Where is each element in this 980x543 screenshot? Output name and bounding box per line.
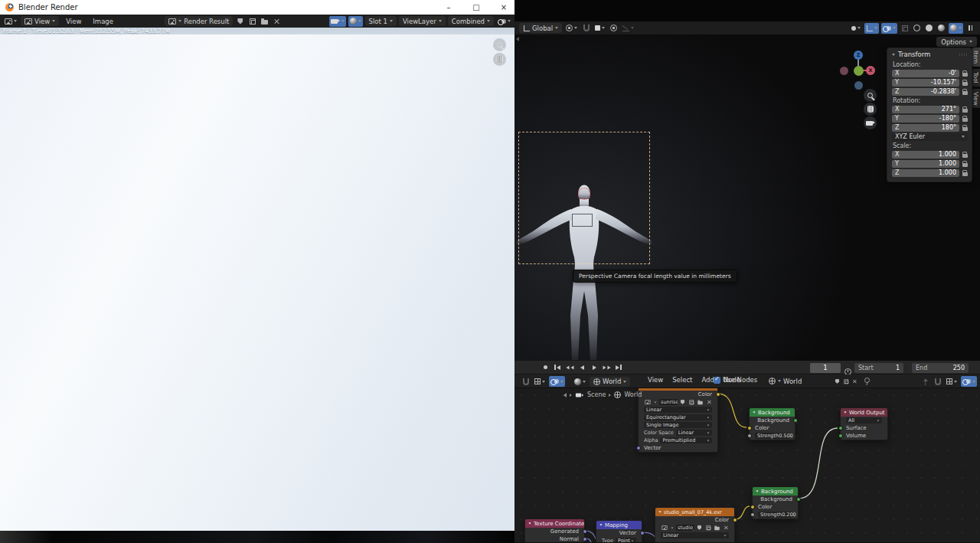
scale-y-field[interactable]: Y1.000 <box>892 160 959 168</box>
rendered-image[interactable] <box>0 34 515 531</box>
scale-z-field[interactable]: Z1.000 <box>892 169 959 178</box>
target-select[interactable]: All <box>846 417 882 424</box>
node-header[interactable]: studio_small_07_4k.exr <box>655 508 734 516</box>
maximize-button[interactable]: □ <box>465 0 488 15</box>
jump-to-start-button[interactable] <box>552 362 563 372</box>
strength-field[interactable]: Strength0.500 <box>755 433 789 440</box>
navigation-gizmo[interactable]: Z X <box>836 49 885 95</box>
node-environment-texture-sunrise[interactable]: Color sunrise.exr Linear Equirectangular… <box>638 388 718 453</box>
close-icon[interactable] <box>724 525 728 530</box>
node-header[interactable]: World Output <box>841 408 887 417</box>
display-mode-dropdown[interactable] <box>348 16 363 27</box>
node-header[interactable]: Background <box>750 408 795 417</box>
gizmo-z-axis[interactable]: Z <box>854 51 863 60</box>
image-datablock-selector[interactable]: Render Result <box>165 16 233 26</box>
prev-keyframe-button[interactable] <box>564 362 575 372</box>
input-socket[interactable] <box>636 446 641 450</box>
gizmo-x-axis[interactable]: X <box>866 66 875 75</box>
overlays-dropdown[interactable] <box>961 376 977 387</box>
timeline[interactable]: 1 Start1 End250 <box>514 361 980 375</box>
output-socket[interactable] <box>583 529 587 534</box>
pin-icon[interactable] <box>864 378 870 385</box>
gizmo-y-axis[interactable] <box>854 66 864 76</box>
shading-rendered-button[interactable] <box>949 23 963 34</box>
window-titlebar[interactable]: Blender Render – □ × <box>0 0 515 15</box>
scale-x-field[interactable]: X1.000 <box>892 151 959 159</box>
play-button[interactable] <box>589 362 599 372</box>
slot-dropdown[interactable]: Slot 1 <box>365 16 397 26</box>
camera-object-wire[interactable] <box>572 214 593 227</box>
shading-material-button[interactable] <box>936 23 946 34</box>
lock-icon[interactable] <box>962 127 968 131</box>
parent-node-tree-button[interactable] <box>920 376 930 387</box>
current-frame-field[interactable]: 1 <box>810 363 841 373</box>
renderpass-dropdown[interactable]: Combined <box>448 16 494 26</box>
projection-select[interactable]: Equirectangular <box>644 414 712 421</box>
lock-icon[interactable] <box>962 118 968 122</box>
editor-type-dropdown[interactable] <box>3 16 18 27</box>
snap-settings-dropdown[interactable] <box>593 23 606 34</box>
editor-mode-dropdown[interactable]: View <box>21 16 59 26</box>
rotation-mode-dropdown[interactable]: XYZ Euler <box>892 133 968 142</box>
viewport-pan-button[interactable] <box>864 103 877 116</box>
object-visibility-dropdown[interactable] <box>850 23 862 34</box>
close-button[interactable]: × <box>492 0 515 15</box>
rotation-z-field[interactable]: Z180° <box>892 124 959 132</box>
rotation-y-field[interactable]: Y-180° <box>892 115 959 123</box>
location-x-field[interactable]: X-0' <box>892 70 959 78</box>
shading-solid-button[interactable] <box>924 23 934 34</box>
lock-icon[interactable] <box>962 163 968 167</box>
image-selector[interactable]: studio_small_07_4... <box>655 524 734 532</box>
lock-icon[interactable] <box>962 109 968 113</box>
viewlayer-dropdown[interactable]: ViewLayer <box>399 16 446 26</box>
lock-icon[interactable] <box>962 172 968 176</box>
pause-icon[interactable] <box>965 23 975 34</box>
output-socket[interactable] <box>640 531 645 535</box>
play-reverse-button[interactable] <box>577 362 587 372</box>
output-socket[interactable] <box>716 392 720 397</box>
world-datablock-selector[interactable]: World <box>765 376 861 386</box>
input-socket[interactable] <box>750 512 755 517</box>
node-header[interactable]: Texture Coordinate <box>525 519 584 528</box>
output-socket[interactable] <box>583 537 587 541</box>
rotation-x-field[interactable]: X271° <box>892 106 959 114</box>
frame-end-field[interactable]: End250 <box>912 363 969 373</box>
drag-grip-icon[interactable] <box>959 53 967 57</box>
zoom-tool-button[interactable] <box>493 38 506 51</box>
lock-icon[interactable] <box>962 91 968 95</box>
snap-toggle[interactable] <box>933 376 942 387</box>
menu-select[interactable]: Select <box>668 376 697 384</box>
shield-icon[interactable] <box>835 379 839 384</box>
lock-icon[interactable] <box>962 73 968 77</box>
interpolation-select[interactable]: Linear <box>661 532 729 539</box>
shield-icon[interactable] <box>697 525 701 530</box>
node-canvas[interactable]: Scene World Color sunri <box>514 388 980 542</box>
output-socket[interactable] <box>793 418 798 423</box>
source-select[interactable]: Single Image <box>644 422 712 429</box>
menu-view[interactable]: View <box>61 18 86 25</box>
show-gizmo-dropdown[interactable] <box>864 23 879 34</box>
location-z-field[interactable]: Z-0.2838' <box>892 88 959 96</box>
strength-field[interactable]: Strength0.200 <box>758 512 792 518</box>
gizmo-x-neg-axis[interactable] <box>840 67 848 75</box>
viewport-zoom-button[interactable] <box>864 89 877 102</box>
copy-icon[interactable] <box>845 380 848 383</box>
unlink-button[interactable] <box>272 16 282 27</box>
next-keyframe-button[interactable] <box>601 362 612 372</box>
copy-icon[interactable] <box>707 527 710 530</box>
output-socket[interactable] <box>733 518 737 522</box>
lock-icon[interactable] <box>962 82 968 86</box>
pan-tool-button[interactable] <box>493 53 506 66</box>
input-socket[interactable] <box>838 433 843 438</box>
lock-icon[interactable] <box>962 154 968 158</box>
copy-icon[interactable] <box>691 401 694 404</box>
shader-type-dropdown[interactable]: World <box>590 377 630 387</box>
gizmo-z-neg-axis[interactable] <box>854 81 863 90</box>
folder-icon[interactable] <box>714 527 719 530</box>
transform-panel-header[interactable]: Transform <box>887 48 972 60</box>
jump-to-end-button[interactable] <box>613 362 624 372</box>
snap-settings-dropdown[interactable] <box>533 376 547 387</box>
image-selector[interactable]: sunrise.exr <box>639 398 717 406</box>
shading-wireframe-button[interactable] <box>912 23 922 34</box>
pivot-point-dropdown[interactable] <box>564 23 579 34</box>
